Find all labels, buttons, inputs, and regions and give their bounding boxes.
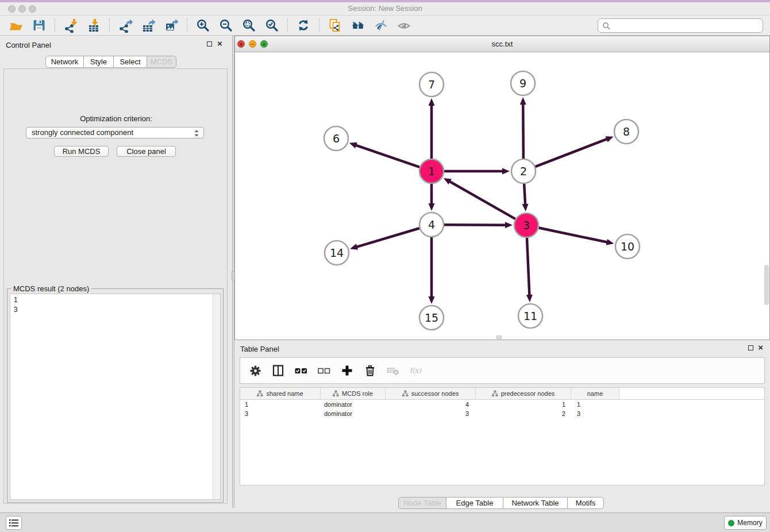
table-cell[interactable]: 2 (476, 409, 571, 418)
tab-edge-table[interactable]: Edge Table (446, 497, 503, 509)
tab-motifs[interactable]: Motifs (567, 497, 604, 509)
show-all-eye-icon[interactable] (395, 17, 413, 34)
select-all-checkboxes-icon[interactable] (294, 364, 308, 377)
network-canvas[interactable]: 7968124314101511 (235, 52, 769, 340)
table-panel-title: Table Panel (240, 345, 279, 353)
column-header-MCDS-role[interactable]: MCDS role (321, 388, 386, 399)
deselect-all-checkboxes-icon[interactable] (317, 364, 331, 377)
tab-style[interactable]: Style (83, 56, 114, 68)
toolbar-separator (55, 18, 55, 32)
add-column-icon[interactable] (340, 364, 354, 377)
table-cell[interactable]: dominator (321, 400, 386, 409)
table-row[interactable]: 1dominator411 (240, 400, 764, 409)
tab-network[interactable]: Network (45, 56, 84, 68)
graph-edge-2-8[interactable] (536, 139, 608, 167)
result-scrollbar[interactable] (213, 294, 220, 499)
toolbar-separator (109, 18, 110, 32)
column-header-label: predecessor nodes (501, 390, 555, 397)
delete-column-trash-icon[interactable] (363, 364, 377, 377)
tab-network-table[interactable]: Network Table (503, 497, 568, 509)
graph-edge-4-14[interactable] (356, 228, 419, 247)
column-hierarchy-icon (402, 390, 409, 397)
tab-select[interactable]: Select (113, 56, 147, 68)
column-hierarchy-icon (257, 390, 263, 397)
column-header-successor-nodes[interactable]: successor nodes (386, 388, 476, 399)
table-cell[interactable]: 3 (386, 409, 476, 418)
task-history-button[interactable] (6, 516, 22, 530)
close-panel-button-2[interactable]: Close panel (117, 146, 176, 157)
table-close-button[interactable]: × (758, 344, 763, 350)
network-frame-titlebar[interactable]: × − + scc.txt (235, 36, 769, 52)
column-header-predecessor-nodes[interactable]: predecessor nodes (476, 388, 571, 399)
control-panel: Control Panel × Network Style Select MCD… (0, 36, 232, 508)
table-cell[interactable]: 1 (571, 400, 619, 409)
search-input[interactable] (613, 20, 763, 32)
window-titlebar: Session: New Session (0, 2, 770, 16)
close-panel-button[interactable]: × (217, 40, 222, 47)
table-cell[interactable]: 3 (571, 409, 619, 418)
toolbar-separator (287, 18, 288, 32)
settings-gear-icon[interactable] (248, 364, 262, 377)
delete-table-icon (386, 364, 400, 377)
hide-selected-icon[interactable] (372, 17, 390, 34)
memory-button[interactable]: Memory (724, 516, 767, 530)
network-vertical-scrollbar[interactable] (764, 265, 769, 305)
zoom-fit-icon[interactable] (240, 17, 257, 34)
graph-node-label: 1 (428, 165, 435, 178)
column-hierarchy-icon (492, 390, 498, 397)
table-toolbar: f(x) (240, 357, 765, 384)
graph-node-label: 11 (523, 310, 537, 322)
zoom-out-icon[interactable] (217, 17, 234, 34)
home-icon[interactable] (349, 17, 367, 34)
table-cell[interactable]: dominator (321, 409, 386, 418)
table-cell[interactable]: 1 (476, 400, 571, 409)
table-cell[interactable]: 3 (240, 409, 321, 418)
network-graph[interactable]: 7968124314101511 (235, 52, 769, 340)
table-float-button[interactable] (748, 345, 753, 350)
export-table-icon[interactable] (140, 17, 157, 34)
table-cell[interactable]: 1 (240, 400, 321, 409)
split-view-icon[interactable] (271, 364, 285, 377)
graph-edge-1-6[interactable] (355, 145, 419, 167)
import-network-icon[interactable] (62, 17, 79, 34)
table-row[interactable]: 3dominator323 (240, 409, 764, 418)
graph-node-label: 15 (425, 311, 438, 324)
search-box[interactable] (598, 18, 763, 33)
apply-layout-icon[interactable] (295, 17, 312, 34)
column-header-shared-name[interactable]: shared name (240, 388, 321, 399)
mcds-result-text[interactable]: 1 3 (10, 294, 221, 500)
graph-edge-2-9[interactable] (523, 103, 523, 159)
toolbar-separator (319, 18, 319, 32)
mcds-result-line: 1 (14, 295, 220, 305)
graph-edge-3-11[interactable] (527, 238, 529, 296)
optimization-criterion-select[interactable]: strongly connected component (26, 127, 204, 138)
graph-node-label: 14 (330, 246, 344, 259)
svg-text:f(x): f(x) (410, 367, 422, 375)
run-mcds-button[interactable]: Run MCDS (54, 146, 109, 157)
import-table-icon[interactable] (85, 17, 102, 34)
export-image-icon[interactable] (163, 17, 180, 34)
tab-node-table[interactable]: Node Table (398, 497, 446, 509)
network-resize-grip[interactable] (496, 336, 502, 339)
clone-network-icon[interactable] (326, 17, 344, 34)
open-session-icon[interactable] (7, 17, 25, 34)
toolbar-separator (187, 18, 187, 32)
column-header-name[interactable]: name (571, 388, 619, 399)
graph-edge-3-10[interactable] (539, 228, 608, 242)
save-session-icon[interactable] (30, 17, 48, 34)
graph-edge-arrowhead (606, 239, 614, 245)
graph-node-label: 10 (621, 240, 634, 253)
zoom-in-icon[interactable] (194, 17, 211, 34)
table-cell[interactable]: 4 (386, 400, 476, 409)
column-header-label: name (587, 390, 603, 397)
graph-edge-arrowhead (526, 295, 533, 302)
tab-mcds[interactable]: MCDS (147, 56, 176, 68)
float-panel-button[interactable] (207, 41, 212, 47)
export-network-icon[interactable] (117, 17, 134, 34)
graph-edge-3-1[interactable] (449, 181, 515, 219)
zoom-selected-icon[interactable] (263, 17, 280, 34)
list-icon (9, 518, 19, 527)
graph-edge-4-3[interactable] (444, 225, 506, 225)
graph-edge-2-3[interactable] (524, 184, 525, 205)
search-icon (602, 22, 610, 30)
